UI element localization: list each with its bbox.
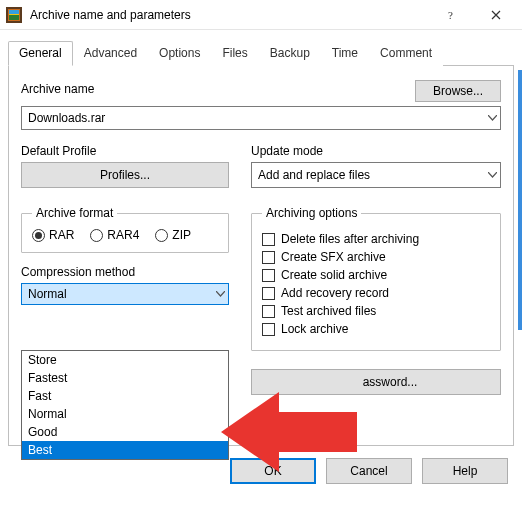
- radio-zip[interactable]: ZIP: [155, 228, 191, 242]
- profiles-button[interactable]: Profiles...: [21, 162, 229, 188]
- radio-rar4[interactable]: RAR4: [90, 228, 139, 242]
- cancel-button[interactable]: Cancel: [326, 458, 412, 484]
- option-fastest[interactable]: Fastest: [22, 369, 228, 387]
- set-password-button[interactable]: Set password...: [251, 369, 501, 395]
- browse-button[interactable]: Browse...: [415, 80, 501, 102]
- check-test[interactable]: Test archived files: [262, 304, 490, 318]
- svg-rect-3: [9, 15, 19, 20]
- svg-rect-2: [9, 10, 19, 14]
- radio-rar[interactable]: RAR: [32, 228, 74, 242]
- tab-backup[interactable]: Backup: [259, 41, 321, 66]
- archive-format-legend: Archive format: [32, 206, 117, 220]
- archive-name-label: Archive name: [21, 82, 94, 96]
- app-icon: [6, 7, 22, 23]
- compression-method-combo[interactable]: Normal: [21, 283, 229, 305]
- option-best[interactable]: Best: [22, 441, 228, 459]
- update-mode-label: Update mode: [251, 144, 501, 158]
- default-profile-label: Default Profile: [21, 144, 229, 158]
- check-sfx[interactable]: Create SFX archive: [262, 250, 490, 264]
- check-lock[interactable]: Lock archive: [262, 322, 490, 336]
- svg-text:?: ?: [448, 10, 453, 20]
- tab-strip: General Advanced Options Files Backup Ti…: [8, 40, 514, 66]
- decorative-edge: [518, 70, 522, 330]
- check-recovery[interactable]: Add recovery record: [262, 286, 490, 300]
- tab-time[interactable]: Time: [321, 41, 369, 66]
- tab-advanced[interactable]: Advanced: [73, 41, 148, 66]
- title-bar: Archive name and parameters ?: [0, 0, 522, 30]
- option-good[interactable]: Good: [22, 423, 228, 441]
- help-button[interactable]: ?: [430, 1, 474, 29]
- tab-general[interactable]: General: [8, 41, 73, 66]
- ok-button[interactable]: OK: [230, 458, 316, 484]
- tab-files[interactable]: Files: [211, 41, 258, 66]
- compression-method-label: Compression method: [21, 265, 229, 279]
- dialog-body: General Advanced Options Files Backup Ti…: [0, 30, 522, 446]
- tab-options[interactable]: Options: [148, 41, 211, 66]
- help-footer-button[interactable]: Help: [422, 458, 508, 484]
- close-button[interactable]: [474, 1, 518, 29]
- window-title: Archive name and parameters: [30, 8, 430, 22]
- check-delete[interactable]: Delete files after archiving: [262, 232, 490, 246]
- right-column: Update mode Add and replace files Archiv…: [251, 144, 501, 429]
- update-mode-combo[interactable]: Add and replace files: [251, 162, 501, 188]
- option-normal[interactable]: Normal: [22, 405, 228, 423]
- check-solid[interactable]: Create solid archive: [262, 268, 490, 282]
- tab-comment[interactable]: Comment: [369, 41, 443, 66]
- option-store[interactable]: Store: [22, 351, 228, 369]
- archive-name-input[interactable]: Downloads.rar: [21, 106, 501, 130]
- option-fast[interactable]: Fast: [22, 387, 228, 405]
- svg-rect-4: [9, 14, 19, 15]
- archiving-options-legend: Archiving options: [262, 206, 361, 220]
- compression-method-dropdown[interactable]: Store Fastest Fast Normal Good Best: [21, 350, 229, 460]
- general-panel: Archive name Browse... Downloads.rar Def…: [8, 66, 514, 446]
